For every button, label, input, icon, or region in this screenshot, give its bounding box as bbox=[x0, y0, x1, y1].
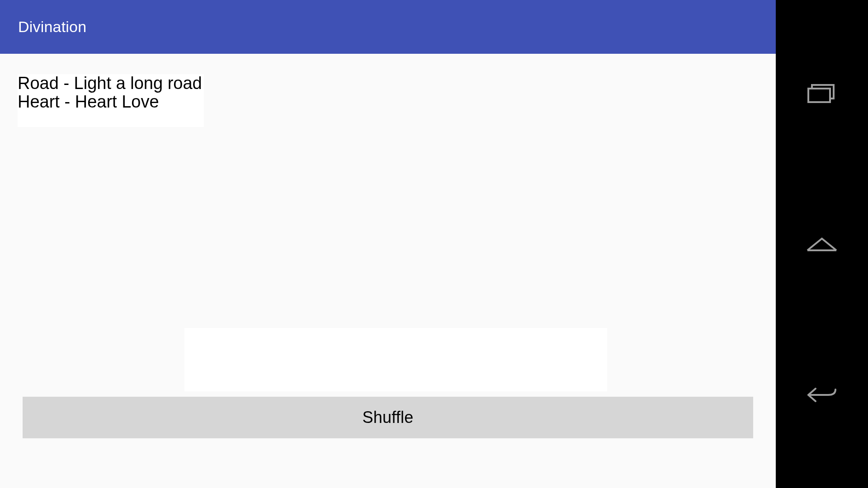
home-button[interactable] bbox=[806, 228, 838, 260]
recent-apps-button[interactable] bbox=[806, 77, 838, 109]
back-icon bbox=[806, 384, 838, 406]
recent-apps-icon bbox=[806, 82, 838, 104]
content-area: Road - Light a long road Heart - Heart L… bbox=[0, 54, 776, 488]
svg-rect-0 bbox=[808, 89, 830, 102]
result-card: Road - Light a long road Heart - Heart L… bbox=[18, 74, 204, 127]
result-line-2: Heart - Heart Love bbox=[18, 93, 202, 111]
back-button[interactable] bbox=[806, 379, 838, 411]
shuffle-button[interactable]: Shuffle bbox=[23, 397, 753, 438]
device-screen: Divination Road - Light a long road Hear… bbox=[0, 0, 868, 488]
app-title: Divination bbox=[18, 18, 86, 36]
home-icon bbox=[806, 235, 838, 253]
app-bar: Divination bbox=[0, 0, 776, 54]
card-placeholder bbox=[184, 328, 607, 391]
system-nav-bar bbox=[776, 0, 868, 488]
app-area: Divination Road - Light a long road Hear… bbox=[0, 0, 776, 488]
result-line-1: Road - Light a long road bbox=[18, 74, 202, 93]
